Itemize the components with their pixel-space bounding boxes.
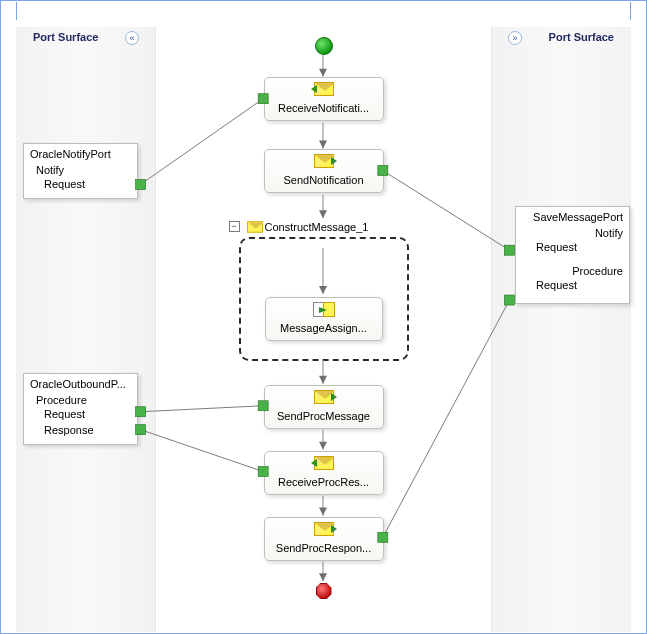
port-title: OracleOutboundP...: [30, 378, 131, 390]
collapse-left-surface-button[interactable]: «: [125, 31, 139, 45]
shape-label: SendNotification: [269, 174, 379, 186]
send-icon: [314, 522, 334, 536]
port-title: OracleNotifyPort: [30, 148, 131, 160]
svg-line-16: [141, 99, 264, 185]
operation-label: Notify: [36, 164, 131, 176]
shape-label: SendProcMessage: [269, 410, 379, 422]
right-port-surface-column: [491, 27, 631, 632]
svg-marker-10: [319, 210, 327, 218]
collapse-toggle[interactable]: −: [229, 221, 240, 232]
svg-marker-13: [319, 442, 327, 450]
svg-marker-15: [319, 573, 327, 581]
shape-label: SendProcRespon...: [269, 542, 379, 554]
header-guide: [16, 2, 631, 20]
port-oraclenotify[interactable]: OracleNotifyPort Notify Request: [23, 143, 138, 199]
port-savemessage[interactable]: SaveMessagePort Notify Request Procedure…: [515, 206, 630, 304]
message-request2-label: Request: [536, 277, 623, 293]
receive-icon: [314, 456, 334, 470]
chevron-right-icon: »: [512, 33, 517, 43]
receive-icon: [314, 82, 334, 96]
end-shape[interactable]: [316, 583, 332, 599]
orchestration-designer: Port Surface Port Surface « » OracleNoti…: [0, 0, 647, 634]
construct-label: ConstructMessage_1: [265, 221, 401, 233]
svg-line-17: [141, 406, 264, 412]
send-icon: [314, 390, 334, 404]
operation-label: Procedure: [36, 394, 131, 406]
svg-marker-8: [319, 69, 327, 77]
message-request-label: Request: [536, 239, 623, 255]
port-title: SaveMessagePort: [522, 211, 623, 223]
collapse-right-surface-button[interactable]: »: [508, 31, 522, 45]
operation-procedure-label: Procedure: [528, 265, 623, 277]
chevron-left-icon: «: [129, 33, 134, 43]
left-port-surface-title: Port Surface: [33, 31, 98, 43]
port-oracleoutbound[interactable]: OracleOutboundP... Procedure Request Res…: [23, 373, 138, 445]
svg-marker-9: [319, 141, 327, 149]
svg-marker-14: [319, 507, 327, 515]
shape-label: ReceiveNotificati...: [269, 102, 379, 114]
shape-receive-proc-response[interactable]: ReceiveProcRes...: [264, 451, 384, 495]
operation-notify-label: Notify: [528, 227, 623, 239]
left-port-surface-column: [16, 27, 156, 632]
message-request-label: Request: [44, 176, 131, 192]
send-icon: [314, 154, 334, 168]
shape-send-proc-response[interactable]: SendProcRespon...: [264, 517, 384, 561]
shape-message-assignment[interactable]: MessageAssign...: [265, 297, 383, 341]
svg-marker-12: [319, 376, 327, 384]
message-response-label: Response: [44, 422, 131, 438]
shape-send-notification[interactable]: SendNotification: [264, 149, 384, 193]
svg-line-18: [141, 430, 264, 472]
right-port-surface-title: Port Surface: [549, 31, 614, 43]
message-assignment-icon: [313, 302, 335, 317]
shape-send-proc-message[interactable]: SendProcMessage: [264, 385, 384, 429]
start-shape[interactable]: [315, 37, 333, 55]
shape-label: ReceiveProcRes...: [269, 476, 379, 488]
shape-label: MessageAssign...: [270, 322, 378, 334]
message-request-label: Request: [44, 406, 131, 422]
shape-receive-notification[interactable]: ReceiveNotificati...: [264, 77, 384, 121]
construct-message-icon: [245, 220, 265, 234]
shape-construct-message[interactable]: − ConstructMessage_1 MessageAssign...: [239, 237, 409, 361]
